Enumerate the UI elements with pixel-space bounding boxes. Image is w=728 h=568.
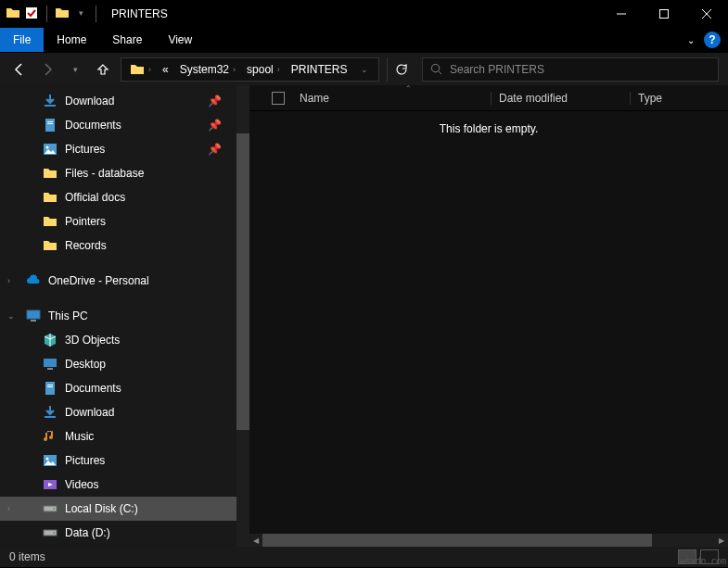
scroll-right-icon[interactable]: ▶ — [715, 534, 728, 547]
close-button[interactable] — [685, 0, 728, 28]
minimize-button[interactable] — [600, 0, 643, 28]
breadcrumb[interactable]: › « System32› spool› PRINTERS ⌄ — [121, 57, 379, 82]
pin-icon: 📌 — [208, 143, 222, 156]
pin-icon: 📌 — [208, 95, 222, 107]
sidebar-item-pc[interactable]: Download — [0, 400, 236, 424]
back-button[interactable] — [9, 59, 30, 80]
select-all-checkbox[interactable] — [272, 92, 285, 105]
qat-icon[interactable] — [24, 6, 39, 20]
chevron-down-icon[interactable]: ⌄ — [7, 311, 15, 321]
forward-button[interactable] — [37, 59, 57, 80]
svg-rect-8 — [47, 121, 53, 122]
sidebar-item-thispc[interactable]: ⌄ This PC — [0, 304, 236, 328]
sidebar-item-quick[interactable]: Documents📌 — [0, 113, 236, 137]
scrollbar-thumb[interactable] — [262, 534, 652, 547]
ribbon-expand-icon[interactable]: ⌄ — [687, 35, 695, 45]
sidebar-item-onedrive[interactable]: › OneDrive - Personal — [0, 269, 236, 293]
breadcrumb-item[interactable]: spool› — [242, 58, 285, 81]
column-name[interactable]: Name⌃ — [296, 92, 491, 105]
tab-view[interactable]: View — [155, 28, 205, 52]
sidebar-item-quick[interactable]: Files - database — [0, 161, 236, 185]
sidebar-item-quick[interactable]: Official docs — [0, 185, 236, 209]
svg-rect-9 — [47, 123, 53, 124]
sidebar-item-label: 3D Objects — [65, 334, 120, 347]
svg-rect-13 — [31, 320, 36, 322]
svg-rect-14 — [44, 359, 57, 367]
sidebar-item-pc[interactable]: 3D Objects — [0, 328, 236, 352]
svg-point-23 — [53, 508, 55, 510]
watermark: wsxdn.com — [680, 556, 726, 566]
item-icon — [43, 381, 57, 396]
file-list-pane: Name⌃ Date modified Type This folder is … — [236, 85, 728, 547]
item-icon — [43, 477, 57, 492]
address-toolbar: ▾ › « System32› spool› PRINTERS ⌄ Search… — [0, 52, 728, 85]
vertical-scrollbar[interactable] — [236, 85, 249, 547]
item-icon — [43, 118, 57, 133]
item-icon — [43, 429, 57, 444]
chevron-right-icon: › — [148, 65, 151, 74]
column-header-row: Name⌃ Date modified Type — [249, 85, 728, 111]
chevron-right-icon: › — [233, 65, 236, 74]
sidebar-item-label: Pointers — [65, 215, 106, 228]
scrollbar-thumb[interactable] — [236, 133, 249, 430]
refresh-button[interactable] — [387, 57, 415, 82]
sort-ascending-icon: ⌃ — [405, 84, 412, 93]
scroll-left-icon[interactable]: ◀ — [249, 534, 262, 547]
column-date[interactable]: Date modified — [491, 92, 630, 105]
tab-share[interactable]: Share — [99, 28, 155, 52]
sidebar-item-quick[interactable]: Download📌 — [0, 89, 236, 113]
qat-dropdown-icon[interactable]: ▾ — [73, 6, 88, 20]
item-icon — [43, 94, 57, 108]
item-icon — [43, 357, 57, 372]
horizontal-scrollbar[interactable]: ◀ ▶ — [249, 534, 728, 547]
up-button[interactable] — [93, 59, 113, 80]
svg-point-25 — [53, 532, 55, 534]
search-input[interactable]: Search PRINTERS — [422, 57, 719, 82]
sidebar-item-pc[interactable]: Videos — [0, 473, 236, 497]
sidebar-item-pc[interactable]: ›Local Disk (C:) — [0, 497, 236, 521]
item-icon — [43, 333, 57, 347]
tab-home[interactable]: Home — [44, 28, 99, 52]
maximize-button[interactable] — [643, 0, 685, 28]
breadcrumb-dropdown-icon[interactable]: ⌄ — [354, 65, 375, 74]
sidebar-item-label: Files - database — [65, 167, 144, 180]
breadcrumb-root-icon[interactable]: › — [125, 58, 156, 81]
svg-line-6 — [439, 71, 441, 74]
window-title: PRINTERS — [111, 7, 168, 20]
sidebar-item-pc[interactable]: Desktop — [0, 352, 236, 376]
column-type[interactable]: Type — [630, 92, 662, 105]
breadcrumb-item[interactable]: System32› — [175, 58, 240, 81]
sidebar-item-label: Desktop — [65, 358, 106, 371]
sidebar-item-quick[interactable]: Pointers — [0, 209, 236, 234]
sidebar-item-label: Documents — [65, 382, 121, 395]
sidebar-item-pc[interactable]: Documents — [0, 376, 236, 400]
item-icon — [43, 453, 57, 468]
sidebar-item-label: Pictures — [65, 454, 105, 467]
item-icon — [43, 501, 57, 516]
sidebar-item-quick[interactable]: Records — [0, 234, 236, 258]
sidebar-item-label: This PC — [48, 309, 88, 322]
svg-point-20 — [46, 458, 49, 461]
sidebar-item-label: Download — [65, 95, 114, 107]
status-items-count: 0 items — [9, 550, 45, 563]
sidebar-item-label: Pictures — [65, 143, 105, 156]
item-icon — [43, 525, 57, 540]
svg-point-11 — [46, 146, 49, 149]
sidebar-item-quick[interactable]: Pictures📌 — [0, 137, 236, 161]
chevron-right-icon[interactable]: › — [7, 276, 10, 285]
navigation-pane: Download📌Documents📌Pictures📌Files - data… — [0, 85, 236, 547]
location-folder-icon — [55, 6, 70, 20]
separator — [46, 6, 47, 22]
sidebar-item-pc[interactable]: Music — [0, 424, 236, 448]
chevron-right-icon[interactable]: › — [7, 504, 10, 513]
recent-dropdown-icon[interactable]: ▾ — [65, 59, 85, 80]
item-icon — [43, 166, 57, 181]
breadcrumb-prefix[interactable]: « — [158, 58, 173, 81]
tab-file[interactable]: File — [0, 28, 44, 52]
item-icon — [43, 405, 57, 420]
help-icon[interactable]: ? — [704, 32, 721, 48]
sidebar-item-pc[interactable]: Pictures — [0, 448, 236, 473]
sidebar-item-pc[interactable]: Data (D:) — [0, 521, 236, 545]
breadcrumb-item[interactable]: PRINTERS — [287, 58, 352, 81]
separator — [96, 6, 96, 22]
